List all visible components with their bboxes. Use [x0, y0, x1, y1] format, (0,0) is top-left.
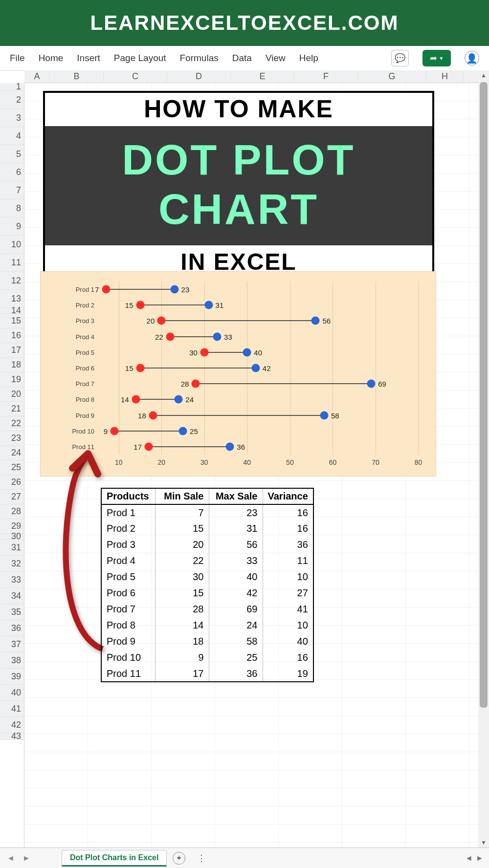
hscroll-right-icon[interactable]: ► — [474, 854, 485, 863]
col-D[interactable]: D — [167, 70, 231, 83]
row-39[interactable]: 39 — [0, 669, 24, 685]
col-A[interactable]: A — [24, 70, 50, 83]
col-H[interactable]: H — [426, 70, 464, 83]
row-19[interactable]: 19 — [0, 372, 24, 387]
row-24[interactable]: 24 — [0, 446, 24, 460]
ribbon-home[interactable]: Home — [39, 53, 64, 64]
row-6[interactable]: 6 — [0, 163, 24, 181]
row-27[interactable]: 27 — [0, 490, 24, 504]
ribbon-page-layout[interactable]: Page Layout — [114, 53, 166, 64]
col-C[interactable]: C — [104, 70, 167, 83]
ribbon-help[interactable]: Help — [299, 53, 318, 64]
data-table: ProductsMin SaleMax SaleVarianceProd 172… — [101, 488, 314, 682]
row-1[interactable]: 1 — [0, 83, 24, 91]
row-36[interactable]: 36 — [0, 620, 24, 636]
row-32[interactable]: 32 — [0, 556, 24, 572]
ribbon-insert[interactable]: Insert — [77, 53, 100, 64]
row-28[interactable]: 28 — [0, 504, 24, 519]
ribbon-file[interactable]: File — [10, 53, 25, 64]
scroll-up-icon[interactable]: ▲ — [478, 70, 489, 80]
connector-line — [153, 415, 324, 416]
row-18[interactable]: 18 — [0, 358, 24, 372]
dot-plot-chart[interactable]: 1020304050607080Prod 1723Prod 21531Prod … — [40, 271, 436, 477]
row-3[interactable]: 3 — [0, 109, 24, 127]
min-label: 20 — [147, 317, 155, 325]
row-11[interactable]: 11 — [0, 254, 24, 272]
row-17[interactable]: 17 — [0, 343, 24, 358]
row-21[interactable]: 21 — [0, 402, 24, 416]
row-30[interactable]: 30 — [0, 534, 24, 540]
col-F[interactable]: F — [294, 70, 358, 83]
row-43[interactable]: 43 — [0, 733, 24, 740]
comments-button[interactable]: 💬 — [391, 50, 409, 66]
max-dot — [175, 395, 183, 404]
scroll-down-icon[interactable]: ▼ — [478, 838, 489, 847]
more-options-icon[interactable]: ⋮ — [197, 853, 206, 864]
sheet-tab-active[interactable]: Dot Plot Charts in Excel — [62, 850, 167, 867]
row-31[interactable]: 31 — [0, 540, 24, 556]
title-card: HOW TO MAKE DOT PLOT CHART IN EXCEL — [43, 91, 434, 281]
row-35[interactable]: 35 — [0, 604, 24, 620]
tabs-next-icon[interactable]: ► — [20, 851, 33, 865]
row-14[interactable]: 14 — [0, 308, 24, 314]
row-10[interactable]: 10 — [0, 236, 24, 254]
ribbon-data[interactable]: Data — [232, 53, 252, 64]
table-cell: Prod 8 — [101, 617, 155, 633]
row-12[interactable]: 12 — [0, 272, 24, 290]
row-15[interactable]: 15 — [0, 314, 24, 328]
y-label: Prod 6 — [76, 365, 94, 372]
row-22[interactable]: 22 — [0, 416, 24, 431]
row-26[interactable]: 26 — [0, 475, 24, 490]
vertical-scrollbar[interactable]: ▲ ▼ — [478, 70, 489, 847]
ribbon-view[interactable]: View — [266, 53, 286, 64]
col-E[interactable]: E — [231, 70, 294, 83]
min-dot — [200, 348, 208, 356]
ribbon-formulas[interactable]: Formulas — [180, 53, 219, 64]
x-tick: 60 — [329, 458, 337, 466]
tabs-prev-icon[interactable]: ◄ — [4, 851, 18, 865]
max-dot — [204, 301, 213, 309]
hscroll-left-icon[interactable]: ◄ — [464, 854, 474, 863]
row-38[interactable]: 38 — [0, 652, 24, 669]
table-cell: Prod 7 — [101, 601, 155, 617]
max-dot — [213, 332, 222, 341]
row-9[interactable]: 9 — [0, 217, 24, 236]
row-40[interactable]: 40 — [0, 685, 24, 701]
table-cell: 15 — [155, 585, 209, 601]
row-8[interactable]: 8 — [0, 199, 24, 217]
row-7[interactable]: 7 — [0, 181, 24, 199]
table-header: Min Sale — [155, 488, 209, 504]
table-cell: 15 — [155, 521, 209, 537]
table-cell: 33 — [209, 553, 263, 569]
row-41[interactable]: 41 — [0, 701, 24, 717]
row-2[interactable]: 2 — [0, 91, 24, 109]
min-label: 7 — [95, 285, 99, 294]
col-G[interactable]: G — [358, 70, 426, 83]
max-dot — [170, 285, 178, 294]
row-33[interactable]: 33 — [0, 572, 24, 588]
row-37[interactable]: 37 — [0, 636, 24, 652]
scroll-thumb[interactable] — [480, 82, 488, 708]
table-cell: 30 — [155, 569, 209, 585]
row-5[interactable]: 5 — [0, 145, 24, 163]
col-B[interactable]: B — [50, 70, 104, 83]
table-row: Prod 8142410 — [101, 617, 313, 633]
row-16[interactable]: 16 — [0, 328, 24, 343]
row-20[interactable]: 20 — [0, 387, 24, 402]
row-23[interactable]: 23 — [0, 431, 24, 446]
table-cell: 28 — [155, 601, 209, 617]
y-label: Prod 8 — [76, 396, 94, 403]
share-button[interactable]: ➦▼ — [422, 50, 451, 66]
row-25[interactable]: 25 — [0, 460, 24, 475]
add-sheet-button[interactable]: ＋ — [173, 852, 185, 865]
min-dot — [157, 317, 166, 325]
row-34[interactable]: 34 — [0, 588, 24, 604]
column-headers: ABCDEFGH — [24, 70, 478, 83]
table-cell: Prod 2 — [101, 521, 155, 537]
table-cell: Prod 1 — [101, 504, 155, 521]
row-4[interactable]: 4 — [0, 127, 24, 145]
user-avatar-icon[interactable]: 👤 — [465, 51, 479, 65]
connector-line — [136, 399, 179, 400]
min-dot — [149, 411, 157, 419]
y-label: Prod 9 — [76, 412, 94, 419]
